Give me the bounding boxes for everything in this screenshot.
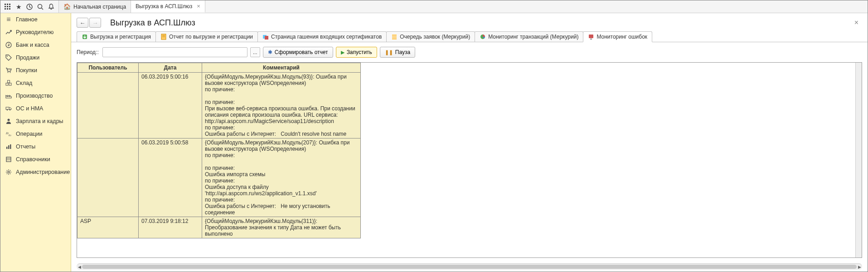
sidebar-item-label: Склад xyxy=(16,80,32,86)
cell-user xyxy=(78,73,139,138)
error-table-wrap[interactable]: Пользователь Дата Комментарий 06.03.2019… xyxy=(77,62,862,258)
period-select-button[interactable]: … xyxy=(250,47,260,57)
scroll-right-icon[interactable]: ▶ xyxy=(857,264,862,270)
close-page-icon[interactable]: × xyxy=(854,19,858,27)
sidebar: ≡ Главное Руководителю ₽ Банк и касса Пр… xyxy=(0,13,71,272)
inner-tab-label: Отчет по выгрузке и регистрации xyxy=(169,34,253,40)
th-user[interactable]: Пользователь xyxy=(78,63,139,73)
svg-rect-20 xyxy=(6,107,9,109)
home-icon: 🏠 xyxy=(63,3,71,10)
person-icon xyxy=(5,118,12,125)
svg-point-14 xyxy=(7,56,8,57)
report-icon xyxy=(160,34,167,40)
error-table: Пользователь Дата Комментарий 06.03.2019… xyxy=(77,63,361,238)
sidebar-item-label: Зарплата и кадры xyxy=(16,118,63,124)
bell-icon[interactable] xyxy=(46,1,57,12)
period-input[interactable] xyxy=(102,47,247,57)
svg-rect-4 xyxy=(7,6,8,7)
truck-icon xyxy=(5,105,12,112)
svg-point-15 xyxy=(8,72,9,73)
sidebar-item-warehouse[interactable]: Склад xyxy=(0,77,71,89)
sidebar-item-sales[interactable]: Продажи xyxy=(0,51,71,64)
sidebar-item-label: Операции xyxy=(16,131,42,137)
book-icon xyxy=(5,156,12,163)
queue-icon xyxy=(391,34,398,40)
sidebar-item-bank[interactable]: ₽ Банк и касса xyxy=(0,39,71,51)
table-row[interactable]: ASP07.03.2019 9:18:12{ОбщийМодуль.Меркур… xyxy=(78,217,361,238)
svg-text:₽: ₽ xyxy=(8,43,10,47)
inner-tab-trans[interactable]: Мониторинг транзакций (Меркурий) xyxy=(475,31,583,42)
svg-rect-5 xyxy=(9,6,10,7)
sidebar-item-purchases[interactable]: Покупки xyxy=(0,64,71,77)
close-icon[interactable]: × xyxy=(197,3,200,10)
gear-small-icon: ✱ xyxy=(268,49,272,55)
forward-button[interactable]: → xyxy=(89,18,101,28)
vertical-scrollbar[interactable] xyxy=(855,63,862,257)
sidebar-item-production[interactable]: Производство xyxy=(0,89,71,102)
pause-button[interactable]: ❚❚ Пауза xyxy=(380,47,415,58)
apps-icon[interactable] xyxy=(2,1,13,12)
svg-point-32 xyxy=(8,171,10,173)
table-row[interactable]: 06.03.2019 5:00:16{ОбщийМодуль.МеркурийК… xyxy=(78,73,361,138)
cell-comment: {ОбщийМодуль.МеркурийКэш.Модуль(93)}: Ош… xyxy=(202,73,361,138)
sidebar-item-manager[interactable]: Руководителю xyxy=(0,26,71,39)
sidebar-item-label: ОС и НМА xyxy=(16,105,43,112)
sidebar-item-main[interactable]: ≡ Главное xyxy=(0,13,71,26)
history-icon[interactable] xyxy=(24,1,35,12)
sidebar-item-catalogs[interactable]: Справочники xyxy=(0,153,71,166)
run-button[interactable]: ▶ Запустить xyxy=(336,47,377,58)
pause-label: Пауза xyxy=(395,49,410,55)
svg-rect-2 xyxy=(9,4,10,5)
cell-user: ASP xyxy=(78,217,139,238)
svg-rect-27 xyxy=(8,145,10,149)
th-comment[interactable]: Комментарий xyxy=(202,63,361,73)
th-date[interactable]: Дата xyxy=(139,63,202,73)
sidebar-item-hr[interactable]: Зарплата и кадры xyxy=(0,115,71,128)
tab-bar: 🏠 Начальная страница Выгрузка в АСП.Шлюз… xyxy=(59,0,205,13)
svg-rect-40 xyxy=(392,36,397,38)
cell-comment: {ОбщийМодуль.МеркурийКэш.Модуль(207)}: О… xyxy=(202,138,361,217)
svg-rect-8 xyxy=(9,8,10,10)
tab-home[interactable]: 🏠 Начальная страница xyxy=(59,0,131,13)
svg-point-23 xyxy=(8,119,10,121)
svg-rect-44 xyxy=(590,39,592,40)
table-row[interactable]: 06.03.2019 5:00:58{ОбщийМодуль.МеркурийК… xyxy=(78,138,361,217)
sidebar-item-label: Администрирование xyxy=(16,169,70,175)
sidebar-item-admin[interactable]: Администрирование xyxy=(0,166,71,178)
cell-user xyxy=(78,138,139,217)
form-report-button[interactable]: ✱ Сформировать отчет xyxy=(263,47,333,58)
menu-icon: ≡ xyxy=(5,16,12,23)
bars-icon xyxy=(5,143,12,150)
operations-icon: ДтКт xyxy=(5,130,12,138)
svg-rect-0 xyxy=(5,4,6,5)
factory-icon xyxy=(5,92,12,99)
form-report-label: Сформировать отчет xyxy=(275,49,328,55)
svg-point-16 xyxy=(10,72,11,73)
star-icon[interactable]: ★ xyxy=(13,1,24,12)
scroll-left-icon[interactable]: ◀ xyxy=(77,264,82,270)
horizontal-scrollbar[interactable]: ◀ ▶ xyxy=(77,263,862,270)
monitor-icon xyxy=(588,34,594,40)
play-icon: ▶ xyxy=(341,49,344,55)
sidebar-item-label: Производство xyxy=(16,93,53,99)
tab-active[interactable]: Выгрузка в АСП.Шлюз × xyxy=(131,0,205,13)
search-icon[interactable] xyxy=(35,1,46,12)
ruble-icon: ₽ xyxy=(5,41,12,49)
svg-point-21 xyxy=(7,109,8,111)
inner-tab-label: Страница гашения входящих сертификатов xyxy=(271,34,382,40)
sidebar-item-operations[interactable]: ДтКт Операции xyxy=(0,128,71,140)
sidebar-item-reports[interactable]: Отчеты xyxy=(0,140,71,153)
chart-up-icon xyxy=(5,29,12,36)
sidebar-item-assets[interactable]: ОС и НМА xyxy=(0,102,71,115)
inner-tab-report[interactable]: Отчет по выгрузке и регистрации xyxy=(155,31,258,42)
svg-point-22 xyxy=(10,109,11,111)
inner-tab-export[interactable]: Выгрузка и регистрация xyxy=(77,31,156,42)
inner-tab-label: Мониторинг транзакций (Меркурий) xyxy=(488,34,578,40)
inner-tab-queue[interactable]: Очередь заявок (Меркурий) xyxy=(386,31,475,42)
sidebar-item-label: Отчеты xyxy=(16,143,35,150)
period-label: Период:: xyxy=(77,49,99,55)
inner-tab-cert[interactable]: Страница гашения входящих сертификатов xyxy=(257,31,387,42)
scroll-thumb[interactable] xyxy=(82,265,857,269)
back-button[interactable]: ← xyxy=(77,18,88,28)
inner-tab-errors[interactable]: Мониторинг ошибок xyxy=(583,31,652,42)
